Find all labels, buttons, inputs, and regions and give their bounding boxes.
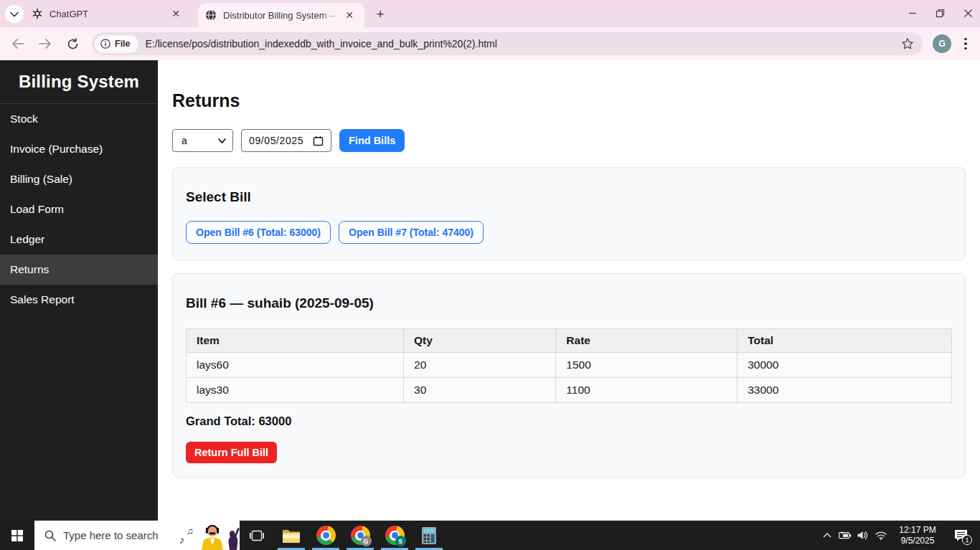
- select-bill-card: Select Bill Open Bill #6 (Total: 63000) …: [172, 167, 966, 260]
- chrome-button[interactable]: [308, 521, 343, 550]
- sidebar-item-load-form[interactable]: Load Form: [0, 194, 158, 224]
- find-bills-button[interactable]: Find Bills: [339, 129, 405, 152]
- open-bill-7-button[interactable]: Open Bill #7 (Total: 47400): [339, 221, 484, 244]
- windows-logo-icon: [11, 530, 23, 541]
- sidebar-item-stock[interactable]: Stock: [0, 104, 158, 134]
- cell-item: lays60: [187, 353, 404, 378]
- col-header-qty: Qty: [404, 329, 556, 353]
- bookmark-button[interactable]: [901, 37, 914, 50]
- calculator-button[interactable]: [412, 521, 446, 550]
- network-status[interactable]: [872, 521, 890, 550]
- col-header-total: Total: [738, 329, 952, 353]
- chevron-down-icon: [218, 138, 226, 143]
- star-icon: [901, 37, 914, 50]
- wifi-icon: [875, 531, 887, 540]
- tab-billing-system[interactable]: Distributor Billing System — Ind ✕: [198, 3, 364, 27]
- chrome-icon: G: [351, 526, 370, 545]
- select-bill-title: Select Bill: [186, 189, 952, 205]
- date-input[interactable]: 09/05/2025: [241, 129, 331, 152]
- taskbar-clock[interactable]: 12:17 PM 9/5/2025: [894, 525, 941, 546]
- new-tab-button[interactable]: +: [372, 6, 389, 23]
- bill-title: Bill #6 — suhaib (2025-09-05): [186, 295, 952, 311]
- svg-text:♫: ♫: [187, 526, 194, 536]
- file-chip-label: File: [115, 39, 131, 49]
- cell-total: 30000: [738, 353, 952, 378]
- info-icon: [100, 39, 110, 49]
- filter-controls: a 09/05/2025 Find Bills: [172, 129, 966, 152]
- task-view-icon: [250, 529, 264, 542]
- reload-icon: [67, 38, 79, 50]
- cell-qty: 30: [404, 378, 556, 403]
- chrome-icon: S: [385, 526, 405, 545]
- sidebar-item-sales-report[interactable]: Sales Report: [0, 285, 158, 315]
- page-title: Returns: [172, 90, 966, 110]
- sidebar: Billing System Stock Invoice (Purchase) …: [0, 60, 158, 521]
- profile-g-badge: G: [361, 536, 372, 546]
- file-explorer-icon: [282, 528, 301, 544]
- file-explorer-button[interactable]: [274, 521, 308, 550]
- sidebar-item-billing-sale[interactable]: Billing (Sale): [0, 164, 158, 194]
- browser-toolbar: File E:/license/pos/distribution_indexed…: [0, 27, 980, 60]
- tab-title: ChatGPT: [50, 9, 164, 19]
- table-header-row: Item Qty Rate Total: [187, 329, 952, 353]
- tab-close-icon[interactable]: ✕: [344, 9, 355, 21]
- tray-expand-button[interactable]: [818, 521, 836, 550]
- taskbar-search-box[interactable]: ♪ ♫: [34, 521, 240, 550]
- window-controls: [908, 1, 973, 24]
- browser-window: ChatGPT ✕ Distributor Billing System — I…: [0, 0, 980, 550]
- taskbar: ♪ ♫: [0, 521, 980, 550]
- customer-select[interactable]: a: [172, 129, 233, 152]
- task-view-button[interactable]: [240, 521, 274, 550]
- start-button[interactable]: [0, 521, 34, 550]
- bill-items-table: Item Qty Rate Total lays60 20 1500 30000: [186, 328, 952, 403]
- sidebar-nav: Stock Invoice (Purchase) Billing (Sale) …: [0, 104, 158, 315]
- table-row: lays30 30 1100 33000: [187, 378, 952, 403]
- chrome-profile-g-button[interactable]: G: [343, 521, 377, 550]
- browser-menu-button[interactable]: [958, 34, 973, 54]
- url-text: E:/license/pos/distribution_indexeddb_wi…: [146, 38, 901, 49]
- cell-item: lays30: [187, 378, 404, 403]
- volume-control[interactable]: [854, 521, 872, 550]
- clock-time: 12:17 PM: [894, 525, 941, 536]
- sidebar-item-ledger[interactable]: Ledger: [0, 224, 158, 255]
- search-icon: [44, 530, 56, 541]
- open-bill-6-button[interactable]: Open Bill #6 (Total: 63000): [186, 221, 331, 244]
- col-header-item: Item: [187, 329, 404, 353]
- date-value: 09/05/2025: [249, 135, 303, 146]
- battery-icon: [839, 531, 852, 539]
- search-input[interactable]: [63, 529, 171, 541]
- sidebar-item-returns[interactable]: Returns: [0, 255, 158, 285]
- cell-qty: 20: [404, 353, 556, 378]
- tab-chatgpt[interactable]: ChatGPT ✕: [24, 3, 192, 24]
- forward-arrow-icon: [39, 39, 52, 49]
- sidebar-item-invoice-purchase[interactable]: Invoice (Purchase): [0, 134, 158, 164]
- reload-button[interactable]: [60, 32, 85, 56]
- return-full-bill-button[interactable]: Return Full Bill: [186, 442, 277, 463]
- cell-rate: 1500: [556, 353, 738, 378]
- main-panel: Returns a 09/05/2025 Find Bills Sel: [158, 60, 980, 521]
- forward-button[interactable]: [33, 32, 57, 56]
- tab-close-icon[interactable]: ✕: [170, 8, 182, 19]
- battery-status[interactable]: [836, 521, 854, 550]
- profile-avatar[interactable]: G: [933, 34, 951, 53]
- speaker-icon: [857, 531, 868, 540]
- calculator-icon: [421, 526, 437, 545]
- minimize-icon[interactable]: [908, 9, 917, 17]
- back-button[interactable]: [6, 32, 30, 56]
- col-header-rate: Rate: [556, 329, 738, 353]
- file-scheme-chip[interactable]: File: [95, 35, 138, 53]
- action-center-button[interactable]: 1: [946, 521, 976, 550]
- clock-date: 9/5/2025: [894, 536, 941, 546]
- calendar-icon: [313, 136, 324, 146]
- chrome-icon: [316, 526, 336, 545]
- music-performer-illustration-icon: ♪ ♫: [179, 521, 240, 550]
- tab-search-button[interactable]: [5, 5, 24, 23]
- close-icon[interactable]: [963, 9, 973, 18]
- address-bar[interactable]: File E:/license/pos/distribution_indexed…: [92, 32, 923, 55]
- restore-icon[interactable]: [936, 9, 945, 18]
- bill-detail-card: Bill #6 — suhaib (2025-09-05) Item Qty R…: [172, 273, 966, 478]
- svg-text:♪: ♪: [179, 534, 185, 546]
- tab-strip: ChatGPT ✕ Distributor Billing System — I…: [0, 0, 980, 27]
- search-highlight-illustration[interactable]: ♪ ♫: [179, 521, 240, 550]
- chrome-profile-s-button[interactable]: S: [377, 521, 412, 550]
